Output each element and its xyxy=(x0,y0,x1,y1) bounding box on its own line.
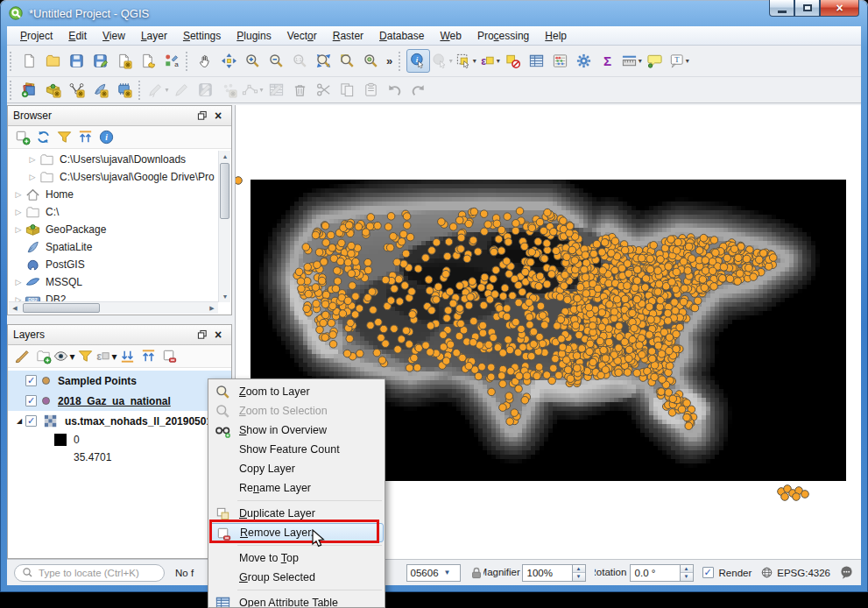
messages-icon[interactable] xyxy=(839,565,854,580)
scroll-down-icon[interactable]: ▼ xyxy=(219,291,231,302)
filter-legend-button[interactable] xyxy=(74,346,95,367)
layers-close-button[interactable]: × xyxy=(210,328,226,342)
spin-down-icon[interactable]: ▼ xyxy=(681,573,693,581)
expander-icon[interactable]: ▷ xyxy=(12,208,25,216)
new-geopackage-button[interactable] xyxy=(41,78,65,102)
zoom-to-selection-button[interactable] xyxy=(335,49,359,73)
menu-edit[interactable]: Edit xyxy=(60,27,95,45)
crs-status[interactable]: EPSG:4326 xyxy=(777,568,830,578)
data-source-manager-button[interactable] xyxy=(18,78,41,102)
menu-item-zoom-to-layer[interactable]: Zoom to Layer xyxy=(209,382,384,401)
layer-visibility-checkbox[interactable]: ✓ xyxy=(25,375,37,386)
menu-item-move-to-top[interactable]: Move to Top xyxy=(209,548,384,568)
menu-project[interactable]: Project xyxy=(12,27,60,45)
browser-item-geopackage[interactable]: ▷GeoPackage xyxy=(9,221,218,238)
dropdown-arrow-icon[interactable]: ▾ xyxy=(473,57,476,65)
expander-icon[interactable]: ▷ xyxy=(26,155,39,164)
menu-item-show-in-overview[interactable]: Show in Overview xyxy=(209,421,384,440)
maximize-button[interactable] xyxy=(794,0,820,17)
expand-all-button[interactable] xyxy=(116,346,138,367)
add-group-button[interactable] xyxy=(32,346,53,367)
menu-item-duplicate-layer[interactable]: Duplicate Layer xyxy=(209,504,384,523)
browser-float-button[interactable] xyxy=(194,109,210,123)
browser-item-mssql[interactable]: ▷MSSQL xyxy=(9,273,218,291)
close-button[interactable]: × xyxy=(820,0,859,17)
dropdown-arrow-icon[interactable]: ▾ xyxy=(165,86,168,94)
browser-item-c-users-ujaval-google-drive-pro[interactable]: ▷C:\Users\ujaval\Google Drive\Pro xyxy=(9,168,218,186)
collapse-all-button[interactable] xyxy=(74,127,95,148)
scale-combobox[interactable]: 05606 ▼ xyxy=(406,564,461,582)
scroll-right-icon[interactable]: ▶ xyxy=(206,302,218,315)
scroll-up-icon[interactable]: ▲ xyxy=(219,151,231,162)
expander-icon[interactable]: ▷ xyxy=(26,173,39,181)
open-project-button[interactable] xyxy=(41,49,65,73)
add-selected-layer-button[interactable] xyxy=(11,127,32,148)
deselect-all-button[interactable] xyxy=(501,49,525,73)
spin-down-icon[interactable]: ▼ xyxy=(573,573,585,581)
locator-search-input[interactable]: Type to locate (Ctrl+K) xyxy=(14,564,165,582)
toolbar-grip[interactable] xyxy=(10,81,14,100)
measure-button[interactable]: ▾ xyxy=(619,49,643,73)
text-annotation-button[interactable]: T▾ xyxy=(667,49,690,73)
titlebar[interactable]: *Untitled Project - QGIS × xyxy=(0,0,868,26)
menu-raster[interactable]: Raster xyxy=(325,27,371,45)
dropdown-arrow-icon[interactable]: ▾ xyxy=(259,86,263,94)
style-manager-button[interactable]: a xyxy=(159,49,183,73)
menu-item-open-attribute-table[interactable]: Open Attribute Table xyxy=(209,593,384,608)
toolbar-grip[interactable] xyxy=(10,52,14,71)
spin-up-icon[interactable]: ▲ xyxy=(573,565,585,574)
select-by-expression-button[interactable]: ε▾ xyxy=(477,49,501,73)
dropdown-arrow-icon[interactable]: ▾ xyxy=(686,57,689,65)
menu-vector[interactable]: Vector xyxy=(279,27,325,45)
layout-manager-button[interactable] xyxy=(136,49,159,73)
toolbar-overflow-icon[interactable]: » xyxy=(383,54,396,67)
menu-settings[interactable]: Settings xyxy=(175,27,229,45)
map-tips-button[interactable] xyxy=(643,49,667,73)
processing-toolbox-button[interactable] xyxy=(572,49,596,73)
menu-item-group-selected[interactable]: Group Selected xyxy=(209,568,384,587)
filter-browser-button[interactable] xyxy=(53,127,74,148)
pan-to-selection-button[interactable] xyxy=(217,49,241,73)
menu-item-rename-layer[interactable]: Rename Layer xyxy=(209,478,384,498)
layer-visibility-checkbox[interactable]: ✓ xyxy=(25,415,37,427)
lock-scale-icon[interactable] xyxy=(469,566,483,580)
magnifier-spinbox[interactable]: 100% ▲▼ xyxy=(522,564,586,582)
layer-item-1[interactable]: ✓Sampled Points xyxy=(8,371,231,391)
browser-item-home[interactable]: ▷Home xyxy=(9,186,218,203)
toolbar-grip[interactable] xyxy=(186,52,190,71)
remove-layer-group-button[interactable] xyxy=(159,346,180,367)
toolbar-grip[interactable] xyxy=(138,81,143,100)
menu-item-show-feature-count[interactable]: Show Feature Count xyxy=(209,440,384,459)
properties-button[interactable]: i xyxy=(95,127,116,148)
manage-map-themes-button[interactable]: ▾ xyxy=(53,346,74,367)
browser-vertical-scrollbar[interactable]: ▲ ▼ xyxy=(218,151,230,302)
browser-item-postgis[interactable]: PostGIS xyxy=(9,256,218,273)
render-checkbox[interactable]: ✓ xyxy=(702,567,714,578)
expand-triangle-icon[interactable]: ◢ xyxy=(13,417,25,425)
new-project-button[interactable] xyxy=(18,49,41,73)
save-project-button[interactable] xyxy=(65,49,88,73)
new-print-layout-button[interactable] xyxy=(112,49,136,73)
menu-item-copy-layer[interactable]: Copy Layer xyxy=(209,459,384,478)
crs-globe-icon[interactable] xyxy=(760,566,773,579)
browser-item-c-[interactable]: ▷C:\ xyxy=(9,203,218,221)
toolbar-grip[interactable] xyxy=(399,52,403,71)
expander-icon[interactable]: ▷ xyxy=(12,278,25,286)
new-shapefile-button[interactable] xyxy=(65,78,88,102)
statistical-summary-button[interactable] xyxy=(548,49,572,73)
zoom-in-button[interactable] xyxy=(241,49,265,73)
menu-database[interactable]: Database xyxy=(371,27,432,45)
new-virtual-layer-button[interactable] xyxy=(112,78,136,102)
layer-item-2[interactable]: ✓2018_Gaz_ua_national xyxy=(8,391,231,411)
layer-visibility-checkbox[interactable]: ✓ xyxy=(25,395,37,407)
pan-map-button[interactable] xyxy=(194,49,217,73)
browser-hscroll-thumb[interactable] xyxy=(23,303,100,313)
identify-features-button[interactable]: i xyxy=(406,49,430,73)
collapse-all-button[interactable] xyxy=(138,346,159,367)
layer-item-3[interactable]: ◢✓us.tmax_nohads_ll_20190501_ xyxy=(8,411,231,431)
minimize-button[interactable] xyxy=(769,0,794,17)
zoom-to-layer-button[interactable] xyxy=(359,49,383,73)
expander-icon[interactable]: ▷ xyxy=(12,190,25,199)
expander-icon[interactable]: ▷ xyxy=(12,225,25,234)
menu-item-remove-layer[interactable]: Remove Layer... xyxy=(209,523,384,542)
